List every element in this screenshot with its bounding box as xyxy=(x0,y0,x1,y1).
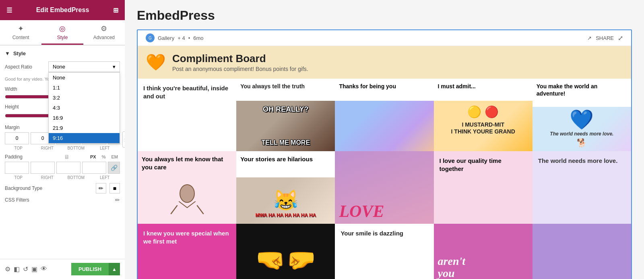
gallery-item-13-text: Your smile is dazzling xyxy=(341,229,403,237)
publish-button[interactable]: PUBLISH xyxy=(71,263,109,275)
grid-icon[interactable]: ⊞ xyxy=(113,6,118,14)
gallery-grid: I think you're beautiful, inside and out… xyxy=(138,79,631,279)
padding-left-input[interactable] xyxy=(82,162,106,174)
gallery-item-1[interactable]: I think you're beautiful, inside and out xyxy=(138,79,236,151)
margin-top-input[interactable] xyxy=(5,132,29,144)
expand-icon[interactable]: ⤢ xyxy=(618,34,623,42)
share-label[interactable]: SHARE xyxy=(596,35,614,41)
css-filters-label: CSS Filters xyxy=(5,197,45,203)
right-panel: EmbedPress G Gallery + 4 • 6mo ↗ SHARE ⤢… xyxy=(125,0,644,279)
embed-title-block: Compliment Board Post an anonymous compl… xyxy=(172,52,308,72)
bg-square-icon[interactable]: ■ xyxy=(109,183,120,194)
gallery-item-8[interactable]: LOVE xyxy=(335,151,433,224)
embed-frame: G Gallery + 4 • 6mo ↗ SHARE ⤢ 🧡 Complime… xyxy=(137,29,632,279)
panel-body: ▼ Style Aspect Ratio None ▾ None 1:1 3:2… xyxy=(0,46,125,279)
gallery-plus: + 4 xyxy=(178,35,185,41)
svg-point-0 xyxy=(180,185,194,202)
css-filters-row: CSS Filters ✏ xyxy=(5,197,120,203)
gallery-item-12[interactable]: 🤜🤛 xyxy=(236,224,335,279)
publish-dropdown-button[interactable]: ▲ xyxy=(109,263,120,275)
aspect-ratio-dropdown-wrapper: None ▾ None 1:1 3:2 4:3 16:9 21:9 9:16 xyxy=(48,61,120,72)
embed-subtitle: Post an anonymous compliment! Bonus poin… xyxy=(172,66,308,72)
style-tab-icon: ◎ xyxy=(59,24,66,33)
toolbar-preview-icon[interactable]: 👁 xyxy=(41,265,47,273)
toolbar-history-icon[interactable]: ↺ xyxy=(23,265,28,273)
gallery-item-6[interactable]: You always let me know that you care xyxy=(138,151,236,224)
background-type-icons: ✏ ■ xyxy=(96,183,120,194)
gallery-item-4-text: I must admit... xyxy=(438,83,476,90)
option-21-9[interactable]: 21:9 xyxy=(49,123,120,133)
padding-unit-em[interactable]: EM xyxy=(109,154,120,160)
aspect-ratio-dropdown[interactable]: None ▾ xyxy=(48,61,120,72)
meme-oh-really-text: OH REALLY? xyxy=(241,105,330,114)
option-4-3[interactable]: 4:3 xyxy=(49,103,120,113)
gallery-item-10[interactable]: The world needs more love. xyxy=(533,151,631,224)
option-1-1[interactable]: 1:1 xyxy=(49,83,120,93)
meme-tell-me-more-text: TELL ME MORE xyxy=(241,139,330,147)
padding-link-button[interactable]: 🔗 xyxy=(108,162,120,174)
bg-paint-icon[interactable]: ✏ xyxy=(96,183,106,194)
resize-handle[interactable]: ⋮ xyxy=(122,131,125,148)
gallery-item-7-text: Your stories are hilarious xyxy=(240,155,313,163)
gallery-item-11[interactable]: I knew you were special when we first me… xyxy=(138,224,236,279)
padding-unit-percent[interactable]: % xyxy=(100,154,108,160)
chevron-down-icon: ▾ xyxy=(113,64,116,70)
gallery-avatar: G xyxy=(146,33,155,42)
mwa-ha-text: MWA HA HA HA HA HA HA xyxy=(241,212,330,219)
gallery-item-9[interactable]: I love our quality time together xyxy=(434,151,533,224)
gallery-item-6-text: You always let me know that you care xyxy=(142,155,232,171)
gallery-item-2[interactable]: You always tell the truth OH REALLY? TEL… xyxy=(236,79,335,151)
arent-you-glad-text: aren'tyouGlad xyxy=(438,255,465,279)
publish-button-group: PUBLISH ▲ xyxy=(71,263,120,275)
option-9-16[interactable]: 9:16 xyxy=(49,133,120,143)
background-type-label: Background Type xyxy=(5,185,45,191)
gallery-item-2-text: You always tell the truth xyxy=(240,83,305,90)
option-16-9[interactable]: 16:9 xyxy=(49,113,120,123)
toolbar-layers-icon[interactable]: ◧ xyxy=(14,265,20,273)
tab-content[interactable]: ✦ Content xyxy=(0,20,41,45)
gallery-item-7[interactable]: Your stories are hilarious 😹 MWA HA HA H… xyxy=(236,151,335,224)
gallery-label: Gallery xyxy=(158,35,174,41)
padding-bottom-input[interactable] xyxy=(56,162,80,174)
tab-style[interactable]: ◎ Style xyxy=(41,20,83,45)
padding-unit-px[interactable]: PX xyxy=(88,154,98,160)
toolbar-settings-icon[interactable]: ⚙ xyxy=(5,265,10,273)
margin-input-labels: TOP RIGHT BOTTOM LEFT xyxy=(5,146,120,150)
option-none[interactable]: None xyxy=(49,73,120,83)
padding-inputs: 🔗 xyxy=(5,162,120,174)
padding-right-label: RIGHT xyxy=(34,175,61,180)
gallery-item-4[interactable]: I must admit... 🟡🔴 I MUSTARD-MIT I THINK… xyxy=(434,79,533,151)
left-panel: ☰ Edit EmbedPress ⊞ ✦ Content ◎ Style ⚙ … xyxy=(0,0,125,279)
hamburger-icon[interactable]: ☰ xyxy=(6,6,12,14)
toolbar-responsive-icon[interactable]: ▣ xyxy=(31,265,37,273)
embed-heart-icon: 🧡 xyxy=(146,53,166,72)
share-icon: ↗ xyxy=(587,35,592,41)
background-type-row: Background Type ✏ ■ xyxy=(5,183,120,194)
embed-title: Compliment Board xyxy=(172,52,308,65)
advanced-tab-icon: ⚙ xyxy=(101,24,107,33)
padding-left-label: LEFT xyxy=(91,175,119,180)
gallery-item-3[interactable]: Thanks for being you xyxy=(335,79,433,151)
aspect-ratio-row: Aspect Ratio None ▾ None 1:1 3:2 4:3 16:… xyxy=(5,61,120,72)
css-filters-edit-icon[interactable]: ✏ xyxy=(115,197,120,203)
mustard-text2: I THINK YOURE GRAND xyxy=(439,128,528,135)
gallery-meta-bar: G Gallery + 4 • 6mo ↗ SHARE ⤢ xyxy=(138,30,631,46)
gallery-item-14[interactable]: aren'tyouGlad xyxy=(434,224,533,279)
padding-bottom-label: BOTTOM xyxy=(62,175,90,180)
gallery-item-11-text: I knew you were special when we first me… xyxy=(143,229,231,245)
padding-unit-tabs: PX % EM xyxy=(88,154,120,160)
advanced-tab-label: Advanced xyxy=(93,35,115,40)
gallery-item-15[interactable] xyxy=(533,224,631,279)
tab-advanced[interactable]: ⚙ Advanced xyxy=(83,20,125,45)
love-text: LOVE xyxy=(339,203,384,220)
option-3-2[interactable]: 3:2 xyxy=(49,93,120,103)
margin-label: Margin xyxy=(5,125,45,130)
margin-right-label: RIGHT xyxy=(34,146,61,150)
padding-right-input[interactable] xyxy=(31,162,55,174)
gallery-item-5-text: You make the world an adventure! xyxy=(537,83,627,97)
padding-top-input[interactable] xyxy=(5,162,29,174)
content-tab-label: Content xyxy=(12,35,29,40)
gallery-item-5[interactable]: You make the world an adventure! 💙 The w… xyxy=(533,79,631,151)
gallery-item-13[interactable]: Your smile is dazzling xyxy=(335,224,433,279)
aspect-ratio-menu: None 1:1 3:2 4:3 16:9 21:9 9:16 xyxy=(48,72,120,144)
